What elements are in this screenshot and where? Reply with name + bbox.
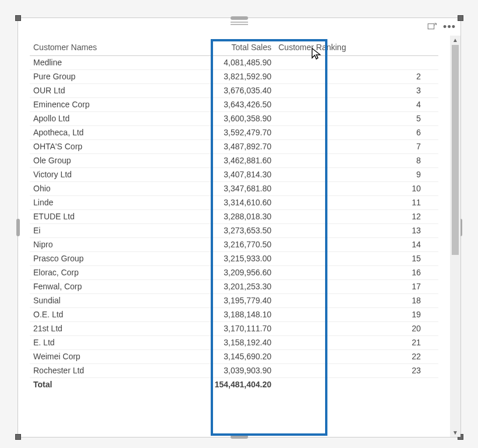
table-row[interactable]: Fenwal, Corp3,201,253.3017: [30, 279, 438, 293]
cell-rank: 16: [275, 265, 438, 279]
cell-sales: 3,188,148.10: [152, 307, 275, 321]
table-row[interactable]: Linde3,314,610.6011: [30, 195, 438, 209]
cell-rank: 7: [275, 139, 438, 153]
cell-rank: 9: [275, 167, 438, 181]
cell-name: Linde: [30, 195, 152, 209]
cell-name: Eminence Corp: [30, 97, 152, 111]
cell-sales: 4,081,485.90: [152, 55, 275, 69]
cell-name: Ole Group: [30, 153, 152, 167]
scroll-up-arrow[interactable]: ▲: [452, 37, 458, 43]
table-row[interactable]: Apollo Ltd3,600,358.905: [30, 111, 438, 125]
table-row[interactable]: Rochester Ltd3,039,903.9023: [30, 363, 438, 377]
table-row[interactable]: Ei3,273,653.5013: [30, 223, 438, 237]
cell-name: O.E. Ltd: [30, 307, 152, 321]
cell-sales: 3,643,426.50: [152, 97, 275, 111]
table-row[interactable]: OHTA'S Corp3,487,892.707: [30, 139, 438, 153]
more-options-icon[interactable]: •••: [443, 24, 456, 29]
table-row[interactable]: Apotheca, Ltd3,592,479.706: [30, 125, 438, 139]
cell-name: Apollo Ltd: [30, 111, 152, 125]
visual-header: •••: [18, 18, 460, 36]
cell-rank: 3: [275, 83, 438, 97]
cell-name: Elorac, Corp: [30, 265, 152, 279]
cell-name: 21st Ltd: [30, 321, 152, 335]
cell-sales: 3,145,690.20: [152, 349, 275, 363]
cell-sales: 3,215,933.00: [152, 251, 275, 265]
cell-rank: 17: [275, 279, 438, 293]
cell-rank: 6: [275, 125, 438, 139]
table-row[interactable]: O.E. Ltd3,188,148.1019: [30, 307, 438, 321]
table-row[interactable]: Ohio3,347,681.8010: [30, 181, 438, 195]
cell-sales: 3,170,111.70: [152, 321, 275, 335]
cell-sales: 3,216,770.50: [152, 237, 275, 251]
table-row[interactable]: 21st Ltd3,170,111.7020: [30, 321, 438, 335]
cell-rank: [275, 55, 438, 69]
table-row[interactable]: Elorac, Corp3,209,956.6016: [30, 265, 438, 279]
table-row[interactable]: Victory Ltd3,407,814.309: [30, 167, 438, 181]
focus-mode-icon[interactable]: [427, 22, 437, 32]
cell-name: Ohio: [30, 181, 152, 195]
table-row[interactable]: Sundial3,195,779.4018: [30, 293, 438, 307]
cell-name: E. Ltd: [30, 335, 152, 349]
cell-name: Nipro: [30, 237, 152, 251]
cell-sales: 3,273,653.50: [152, 223, 275, 237]
cell-sales: 3,209,956.60: [152, 265, 275, 279]
table-row[interactable]: Weimei Corp3,145,690.2022: [30, 349, 438, 363]
cell-name: Prasco Group: [30, 251, 152, 265]
cell-sales: 3,314,610.60: [152, 195, 275, 209]
cell-sales: 3,600,358.90: [152, 111, 275, 125]
svg-line-1: [434, 23, 437, 26]
cell-rank: 22: [275, 349, 438, 363]
cell-rank: 12: [275, 209, 438, 223]
cell-rank: 20: [275, 321, 438, 335]
resize-handle-tr[interactable]: [458, 15, 463, 21]
cell-name: Victory Ltd: [30, 167, 152, 181]
table-row[interactable]: OUR Ltd3,676,035.403: [30, 83, 438, 97]
cell-rank: 2: [275, 69, 438, 83]
cell-rank: 13: [275, 223, 438, 237]
cell-sales: 3,195,779.40: [152, 293, 275, 307]
visual-container[interactable]: ••• Customer Names Total Sales Customer …: [18, 18, 461, 438]
cell-name: Apotheca, Ltd: [30, 125, 152, 139]
column-header-name[interactable]: Customer Names: [30, 40, 152, 55]
cell-rank: 18: [275, 293, 438, 307]
cell-name: Rochester Ltd: [30, 363, 152, 377]
table-row[interactable]: Medline4,081,485.90: [30, 55, 438, 69]
scroll-thumb[interactable]: [452, 45, 459, 255]
table-row[interactable]: Prasco Group3,215,933.0015: [30, 251, 438, 265]
cell-name: ETUDE Ltd: [30, 209, 152, 223]
cell-rank: 19: [275, 307, 438, 321]
cell-rank: 23: [275, 363, 438, 377]
cell-name: OHTA'S Corp: [30, 139, 152, 153]
cell-name: Medline: [30, 55, 152, 69]
cell-sales: 3,201,253.30: [152, 279, 275, 293]
table-row[interactable]: Nipro3,216,770.5014: [30, 237, 438, 251]
cell-name: Ei: [30, 223, 152, 237]
cell-name: Weimei Corp: [30, 349, 152, 363]
total-rank: [275, 377, 438, 391]
cell-name: Pure Group: [30, 69, 152, 83]
total-label: Total: [30, 377, 152, 391]
resize-handle-tm[interactable]: [231, 16, 248, 20]
cell-sales: 3,592,479.70: [152, 125, 275, 139]
svg-rect-0: [428, 24, 434, 29]
table-row[interactable]: Ole Group3,462,881.608: [30, 153, 438, 167]
column-header-rank[interactable]: Customer Ranking: [275, 40, 438, 55]
cell-rank: 5: [275, 111, 438, 125]
cell-name: OUR Ltd: [30, 83, 152, 97]
cell-sales: 3,288,018.30: [152, 209, 275, 223]
table-row[interactable]: Pure Group3,821,592.902: [30, 69, 438, 83]
resize-handle-tl[interactable]: [15, 15, 21, 21]
cell-sales: 3,676,035.40: [152, 83, 275, 97]
cell-sales: 3,039,903.90: [152, 363, 275, 377]
cell-sales: 3,407,814.30: [152, 167, 275, 181]
table-row[interactable]: E. Ltd3,158,192.4021: [30, 335, 438, 349]
drag-handle[interactable]: [231, 22, 248, 26]
cell-rank: 10: [275, 181, 438, 195]
scroll-down-arrow[interactable]: ▼: [452, 429, 458, 436]
table-row[interactable]: Eminence Corp3,643,426.504: [30, 97, 438, 111]
table-row[interactable]: ETUDE Ltd3,288,018.3012: [30, 209, 438, 223]
cell-sales: 3,158,192.40: [152, 335, 275, 349]
column-header-sales[interactable]: Total Sales: [152, 40, 275, 55]
vertical-scrollbar[interactable]: ▲ ▼: [450, 36, 460, 437]
cell-rank: 4: [275, 97, 438, 111]
